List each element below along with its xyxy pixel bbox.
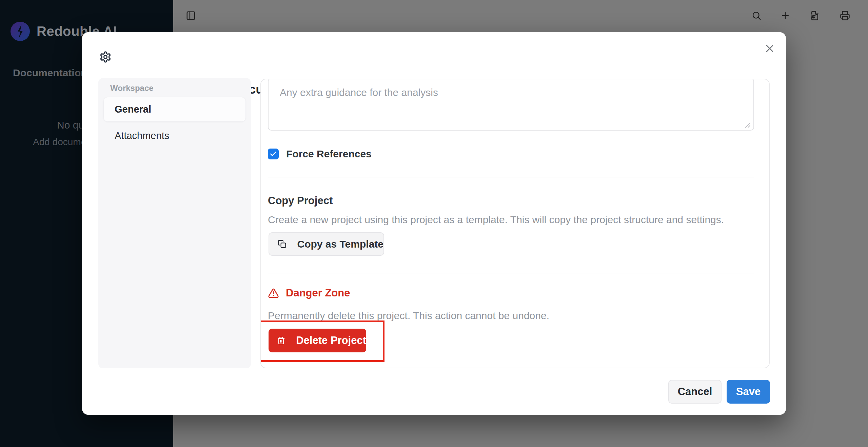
delete-project-button[interactable]: Delete Project [269,329,366,352]
panel-left-icon[interactable] [186,11,196,21]
search-icon[interactable] [751,11,762,21]
nav-section-label: Workspace [110,83,154,93]
copy-as-template-label: Copy as Template [297,238,383,250]
copy-icon [278,239,286,249]
trash-icon [277,335,285,346]
sidebar-project-name[interactable]: Documentation [13,67,87,79]
nav-item-label: Attachments [104,130,169,141]
delete-project-label: Delete Project [296,334,366,347]
modal-nav-panel: Workspace General Attachments [98,78,251,368]
cancel-label: Cancel [678,386,712,398]
close-icon[interactable] [765,43,775,54]
danger-zone-heading-row: Danger Zone [268,286,350,300]
nav-item-label: General [104,104,151,115]
nav-item-general[interactable]: General [104,97,245,121]
copy-as-template-button[interactable]: Copy as Template [269,232,384,256]
file-cog-icon[interactable] [810,11,820,21]
copy-project-heading: Copy Project [268,195,333,207]
check-icon [270,150,277,158]
brand-logo [11,22,30,41]
divider [268,177,754,177]
force-references-row: Force References [268,148,372,160]
printer-icon[interactable] [840,11,850,21]
danger-zone-description: Permanently delete this project. This ac… [268,310,549,322]
danger-zone-heading: Danger Zone [286,287,350,299]
cancel-button[interactable]: Cancel [668,380,722,404]
warning-triangle-icon [268,288,279,299]
screen: Redouble AI Documentation No qu Add docu… [0,0,868,447]
save-button[interactable]: Save [727,380,770,404]
force-references-label: Force References [286,148,372,160]
save-label: Save [736,386,761,398]
settings-form-panel: Force References Copy Project Create a n… [260,79,770,368]
nav-item-attachments[interactable]: Attachments [104,124,245,148]
sidebar-empty-state-text: No qu [57,119,84,131]
plus-icon[interactable] [780,11,790,21]
project-settings-modal: Project Settings — Documentation explana… [82,32,786,415]
divider [268,273,754,273]
settings-gear-icon [99,51,112,63]
copy-project-description: Create a new project using this project … [268,214,724,226]
force-references-checkbox[interactable] [268,149,279,159]
guidance-textarea[interactable] [268,79,754,131]
